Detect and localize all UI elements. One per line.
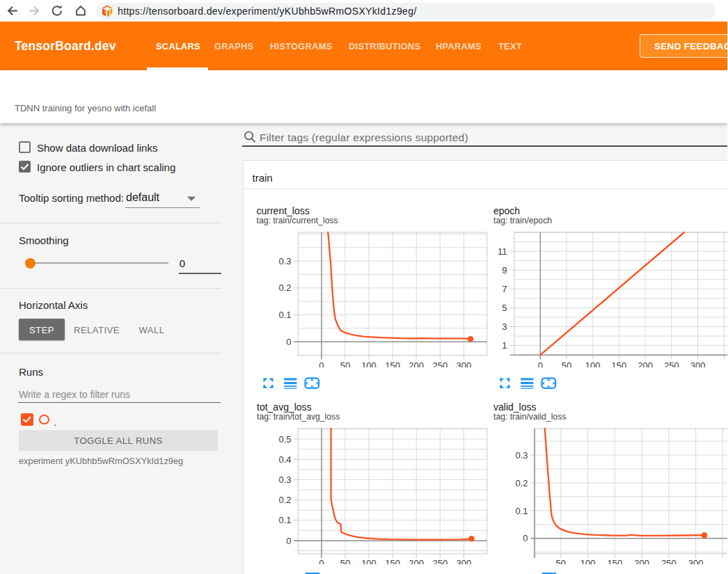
svg-text:200: 200	[638, 360, 653, 371]
svg-text:250: 250	[661, 558, 676, 568]
svg-text:0: 0	[319, 558, 324, 568]
svg-text:50: 50	[556, 558, 566, 568]
svg-text:0.1: 0.1	[278, 515, 291, 525]
svg-text:100: 100	[361, 558, 377, 568]
svg-text:0: 0	[538, 360, 543, 371]
svg-text:tag: train/valid_loss: tag: train/valid_loss	[493, 412, 566, 422]
svg-text:0.2: 0.2	[278, 282, 291, 293]
svg-text:0.3: 0.3	[278, 256, 291, 266]
svg-text:0.2: 0.2	[278, 495, 291, 505]
svg-text:9: 9	[502, 265, 507, 276]
svg-text:tag: train/tot_avg_loss: tag: train/tot_avg_loss	[257, 412, 340, 422]
svg-text:150: 150	[385, 558, 400, 568]
svg-text:50: 50	[562, 360, 571, 371]
svg-text:0.2: 0.2	[515, 478, 528, 488]
svg-text:epoch: epoch	[493, 205, 520, 216]
svg-text:150: 150	[385, 360, 400, 371]
svg-text:11: 11	[498, 246, 507, 257]
svg-text:0: 0	[523, 533, 528, 543]
svg-text:50: 50	[340, 360, 350, 371]
svg-text:300: 300	[690, 360, 706, 371]
svg-text:200: 200	[409, 558, 424, 568]
svg-text:0.1: 0.1	[515, 506, 528, 516]
svg-text:1: 1	[502, 340, 507, 351]
svg-text:current_loss: current_loss	[257, 205, 310, 216]
svg-text:200: 200	[409, 360, 424, 371]
svg-text:0.5: 0.5	[278, 434, 291, 445]
svg-text:0: 0	[286, 337, 291, 347]
svg-text:tag: train/epoch: tag: train/epoch	[493, 216, 552, 225]
svg-text:150: 150	[607, 558, 622, 568]
svg-text:300: 300	[457, 360, 472, 371]
svg-text:3: 3	[502, 321, 507, 332]
svg-text:valid_loss: valid_loss	[493, 401, 536, 413]
svg-text:100: 100	[361, 360, 377, 371]
svg-text:300: 300	[457, 558, 472, 568]
svg-text:5: 5	[502, 303, 507, 313]
svg-text:150: 150	[612, 360, 627, 371]
svg-text:0.3: 0.3	[278, 475, 291, 485]
svg-text:tag: train/current_loss: tag: train/current_loss	[257, 216, 338, 225]
svg-text:300: 300	[688, 558, 704, 568]
svg-text:0.1: 0.1	[278, 310, 291, 320]
svg-text:250: 250	[664, 360, 679, 371]
svg-text:100: 100	[580, 558, 596, 568]
svg-text:tot_avg_loss: tot_avg_loss	[257, 401, 312, 413]
svg-text:0: 0	[286, 536, 291, 546]
svg-text:250: 250	[432, 360, 448, 371]
svg-text:0.4: 0.4	[278, 454, 291, 465]
svg-text:200: 200	[634, 558, 649, 568]
svg-text:7: 7	[502, 284, 507, 294]
svg-text:0.3: 0.3	[515, 450, 528, 461]
svg-text:50: 50	[340, 558, 350, 568]
svg-text:100: 100	[585, 360, 601, 371]
svg-text:250: 250	[432, 558, 448, 568]
svg-text:0: 0	[319, 360, 324, 371]
